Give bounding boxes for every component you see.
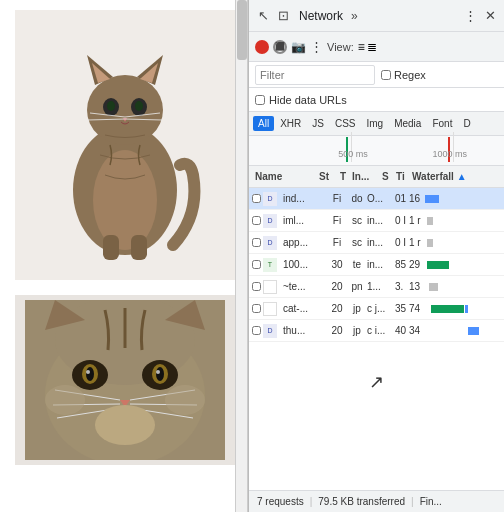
table-row[interactable]: ~te... 20 pn 1... 3. 13 [249,276,504,298]
row-file-icon: D [263,192,277,206]
row-waterfall [425,298,504,320]
status-bar: 7 requests | 79.5 KB transferred | Fin..… [249,490,504,512]
row-waterfall [425,320,504,342]
row-time: 1 r [409,237,425,248]
col-header-size[interactable]: S [382,171,396,182]
list-view-icon[interactable]: ≡ [358,40,365,54]
left-scrollbar[interactable] [235,0,247,512]
row-status: 20 [327,325,347,336]
ellipsis-menu-icon[interactable]: ⋮ [462,8,478,24]
row-status: Fi [327,215,347,226]
row-checkbox[interactable] [252,238,261,247]
filter-js-button[interactable]: JS [307,116,329,131]
row-initiator: c i... [367,325,395,336]
filter-media-button[interactable]: Media [389,116,426,131]
row-time: 16 [409,193,425,204]
hide-data-urls-checkbox[interactable] [255,95,265,105]
svg-point-40 [165,385,205,415]
col-header-initiator[interactable]: In... [352,171,382,182]
col-header-type[interactable]: T [334,171,352,182]
row-name: ind... [277,193,327,204]
row-checkbox-area[interactable] [249,282,263,291]
row-waterfall [425,232,504,254]
row-status: Fi [327,237,347,248]
row-checkbox-area[interactable] [249,304,263,313]
more-panels-icon[interactable]: » [351,9,358,23]
row-type: te [347,259,367,270]
row-checkbox[interactable] [252,216,261,225]
network-filter-icon[interactable]: ⋮ [310,39,323,54]
row-checkbox-area[interactable] [249,194,263,203]
table-row[interactable]: T 100... 30 te in... 85 29 [249,254,504,276]
record-button[interactable] [255,40,269,54]
filter-all-button[interactable]: All [253,116,274,131]
filter-font-button[interactable]: Font [427,116,457,131]
device-emulation-icon[interactable]: ⊡ [275,8,291,24]
row-name: iml... [277,215,327,226]
row-time: 34 [409,325,425,336]
regex-checkbox[interactable] [381,70,391,80]
stop-recording-button[interactable]: ⬛ [273,40,287,54]
timeline-tick-500: 500 ms [338,149,368,159]
row-file-icon: D [263,236,277,250]
row-checkbox[interactable] [252,282,261,291]
row-initiator: O... [367,193,395,204]
table-row[interactable]: cat-... 20 jp c j... 35 74 [249,298,504,320]
finish-time: Fin... [420,496,442,507]
cursor-tool-icon[interactable]: ↖ [255,8,271,24]
svg-point-10 [135,101,143,111]
table-row[interactable]: D thu... 20 jp c i... 40 34 [249,320,504,342]
screenshot-icon[interactable]: 📷 [291,40,306,54]
row-checkbox-area[interactable] [249,238,263,247]
timeline-header: 500 ms 1000 ms [249,136,504,166]
view-label: View: [327,41,354,53]
cat-face-svg [25,300,225,460]
filter-css-button[interactable]: CSS [330,116,361,131]
row-checkbox[interactable] [252,194,261,203]
filter-input[interactable] [255,65,375,85]
detail-view-icon[interactable]: ≣ [367,40,377,54]
cat-image-bottom [15,295,235,465]
row-name: ~te... [277,281,327,292]
col-header-waterfall[interactable]: Waterfall ▲ [412,171,504,182]
table-row[interactable]: D ind... Fi do O... 01 16 [249,188,504,210]
table-row[interactable]: D iml... Fi sc in... 0 I 1 r [249,210,504,232]
row-checkbox-area[interactable] [249,260,263,269]
svg-point-28 [156,367,164,381]
row-checkbox[interactable] [252,260,261,269]
row-file-icon: T [263,258,277,272]
row-waterfall [425,188,504,210]
row-file-icon [263,302,277,316]
row-checkbox[interactable] [252,304,261,313]
row-waterfall [425,276,504,298]
row-size: 0 I [395,215,409,226]
regex-label[interactable]: Regex [381,69,426,81]
row-checkbox-area[interactable] [249,216,263,225]
row-checkbox[interactable] [252,326,261,335]
row-name: cat-... [277,303,327,314]
svg-point-38 [95,405,155,445]
empty-table-area: ↗ [249,342,504,422]
row-checkbox-area[interactable] [249,326,263,335]
svg-rect-17 [131,235,147,260]
col-header-status[interactable]: St [314,171,334,182]
row-type: jp [347,303,367,314]
row-size: 01 [395,193,409,204]
devtools-panel: ↖ ⊡ Network » ⋮ ✕ ⬛ 📷 ⋮ View: ≡ ≣ Regex … [248,0,504,512]
filter-doc-button[interactable]: D [458,116,475,131]
row-initiator: in... [367,259,395,270]
col-header-name[interactable]: Name [249,171,314,182]
svg-point-1 [93,150,157,250]
svg-rect-16 [103,235,119,260]
row-file-icon: D [263,214,277,228]
close-icon[interactable]: ✕ [482,8,498,24]
filter-img-button[interactable]: Img [361,116,388,131]
row-initiator: c j... [367,303,395,314]
filter-xhr-button[interactable]: XHR [275,116,306,131]
row-file-icon [263,280,277,294]
row-initiator: 1... [367,281,395,292]
col-header-time[interactable]: Ti [396,171,412,182]
row-status: 30 [327,259,347,270]
table-row[interactable]: D app... Fi sc in... 0 I 1 r [249,232,504,254]
left-scrollbar-thumb[interactable] [237,0,247,60]
